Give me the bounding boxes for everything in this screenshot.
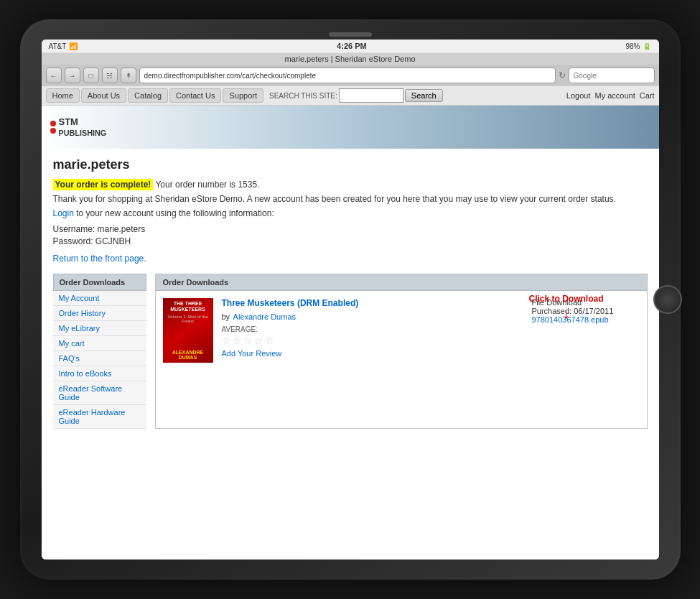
- status-bar: AT&T 📶 4:26 PM 98% 🔋: [42, 40, 659, 53]
- content-area: marie.peters Your order is complete! You…: [53, 157, 648, 551]
- sidebar-ereader-hardware[interactable]: eReader Hardware Guide: [53, 405, 146, 429]
- status-left: AT&T 📶: [49, 42, 78, 50]
- back-button[interactable]: ←: [46, 68, 62, 83]
- carrier-text: AT&T: [49, 42, 67, 50]
- action-button[interactable]: ↟: [121, 68, 136, 83]
- order-main-panel: Order Downloads Click to Download ↓ THE …: [155, 274, 648, 429]
- logo-text: STMPUBLISHING: [59, 116, 107, 138]
- sidebar-faq[interactable]: FAQ's: [53, 351, 146, 366]
- logo-dot-2: [50, 128, 56, 134]
- star-2[interactable]: ☆: [233, 335, 242, 346]
- login-suffix: to your new account using the following …: [76, 208, 274, 218]
- bookmarks-button[interactable]: ☵: [102, 68, 118, 83]
- rating-label: AVERAGE:: [222, 325, 523, 333]
- wifi-icon: 📶: [69, 42, 78, 50]
- book-author-link[interactable]: Alexandre Dumas: [233, 312, 296, 321]
- search-site-label: SEARCH THIS SITE:: [269, 92, 337, 100]
- search-button[interactable]: Search: [405, 89, 443, 102]
- return-link[interactable]: Return to the front page.: [53, 254, 648, 264]
- book-details: Three Musketeers (DRM Enabled) by Alexan…: [222, 298, 523, 358]
- logo-dots: [50, 121, 56, 134]
- logout-link[interactable]: Logout: [566, 91, 591, 100]
- click-to-download-annotation: Click to Download ↓: [528, 294, 603, 322]
- click-to-download-text: Click to Download: [528, 294, 603, 304]
- star-1[interactable]: ☆: [222, 335, 231, 346]
- order-downloads-container: Order Downloads My Account Order History…: [53, 274, 648, 429]
- status-right: 98% 🔋: [625, 42, 651, 50]
- star-5[interactable]: ☆: [265, 335, 274, 346]
- url-input[interactable]: [139, 68, 556, 83]
- book-cover-author: ALEXANDRE DUMAS: [166, 350, 210, 360]
- login-link[interactable]: Login: [53, 208, 74, 218]
- download-arrow-icon: ↓: [562, 304, 570, 322]
- order-complete-badge: Your order is complete!: [53, 179, 154, 190]
- thank-you-text: Thank you for shopping at Sheridan eStor…: [53, 194, 648, 204]
- order-item-wrapper: Click to Download ↓ THE THREE MUSKETEERS…: [156, 291, 647, 370]
- nav-about[interactable]: About Us: [81, 88, 126, 103]
- page-username: marie.peters: [53, 157, 648, 172]
- star-4[interactable]: ☆: [254, 335, 263, 346]
- logo-area: STMPUBLISHING: [50, 116, 107, 138]
- sidebar-my-cart[interactable]: My cart: [53, 336, 146, 351]
- order-complete-line: Your order is complete! Your order numbe…: [53, 180, 648, 190]
- sidebar-my-elibrary[interactable]: My eLibrary: [53, 321, 146, 336]
- star-3[interactable]: ☆: [243, 335, 253, 346]
- nav-support[interactable]: Support: [223, 88, 263, 103]
- screen: AT&T 📶 4:26 PM 98% 🔋 marie.peters | Sher…: [42, 40, 659, 559]
- reload-button[interactable]: ↻: [559, 70, 566, 80]
- share-button[interactable]: □: [83, 68, 99, 83]
- sidebar-intro-ebooks[interactable]: Intro to eBooks: [53, 366, 146, 381]
- address-bar: ← → □ ☵ ↟ ↻: [42, 65, 659, 86]
- search-site-input[interactable]: [339, 88, 403, 103]
- add-review-link[interactable]: Add Your Review: [222, 349, 523, 358]
- google-search-input[interactable]: [569, 68, 655, 83]
- sidebar-my-account[interactable]: My Account: [53, 291, 146, 306]
- sidebar-header: Order Downloads: [53, 274, 146, 291]
- nav-contact[interactable]: Contact Us: [169, 88, 221, 103]
- status-time: 4:26 PM: [337, 42, 367, 50]
- book-cover: THE THREE MUSKETEERS Volume 1: Mist of t…: [163, 298, 213, 363]
- book-by-text: by: [222, 312, 230, 321]
- sidebar-order-history[interactable]: Order History: [53, 306, 146, 321]
- nav-right: Logout My account Cart: [566, 91, 655, 100]
- cart-link[interactable]: Cart: [640, 91, 655, 100]
- nav-home[interactable]: Home: [46, 88, 80, 103]
- order-number-text: Your order number is 1535.: [155, 180, 259, 190]
- username-credentials: Username: marie.peters: [53, 224, 648, 234]
- password-credentials: Password: GCJNBH: [53, 236, 648, 246]
- book-cover-title: THE THREE MUSKETEERS: [166, 301, 210, 313]
- forward-button[interactable]: →: [65, 68, 80, 83]
- logo-dot-1: [50, 121, 56, 126]
- page-title: marie.peters | Sheridan eStore Demo: [285, 55, 416, 63]
- login-line: Login to your new account using the foll…: [53, 208, 648, 218]
- home-button[interactable]: [653, 285, 682, 314]
- nav-menu: Home About Us Catalog Contact Us Support…: [42, 86, 659, 106]
- order-main-header: Order Downloads: [156, 274, 647, 291]
- book-cover-subtitle: Volume 1: Mist of the Forest: [166, 315, 210, 323]
- book-title-link[interactable]: Three Musketeers (DRM Enabled): [222, 298, 523, 308]
- banner: STMPUBLISHING: [42, 106, 659, 149]
- my-account-link[interactable]: My account: [594, 91, 635, 100]
- battery-text: 98%: [625, 42, 640, 50]
- sidebar-ereader-software[interactable]: eReader Software Guide: [53, 381, 146, 405]
- ipad-frame: AT&T 📶 4:26 PM 98% 🔋 marie.peters | Sher…: [20, 19, 681, 580]
- sidebar: Order Downloads My Account Order History…: [53, 274, 146, 429]
- battery-icon: 🔋: [643, 42, 651, 50]
- main-content: marie.peters Your order is complete! You…: [42, 149, 659, 559]
- stars-container: ☆ ☆ ☆ ☆ ☆: [222, 335, 523, 346]
- title-bar: marie.peters | Sheridan eStore Demo: [42, 53, 659, 65]
- book-author-line: by Alexandre Dumas: [222, 310, 523, 322]
- nav-catalog[interactable]: Catalog: [128, 88, 168, 103]
